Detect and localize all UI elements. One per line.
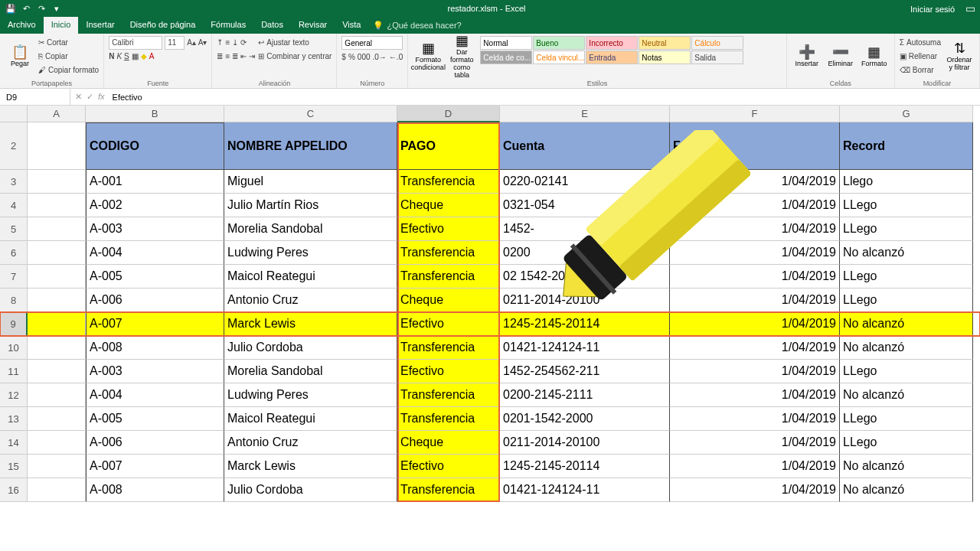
data-cell[interactable] — [28, 265, 86, 289]
row-header[interactable]: 10 — [0, 336, 28, 360]
align-middle-icon[interactable]: ≡ — [225, 38, 230, 47]
ribbon-options-icon[interactable]: ▭ — [965, 2, 975, 15]
data-cell[interactable]: 02 1542-2000 — [500, 265, 670, 289]
data-cell[interactable]: 1/04/2019 — [670, 383, 840, 407]
column-header[interactable]: A — [28, 106, 86, 122]
data-cell[interactable]: Transferencia — [397, 383, 500, 407]
data-cell[interactable]: 0211-2014-20100 — [500, 431, 670, 455]
formula-input[interactable]: Efectivo — [109, 93, 980, 102]
data-cell[interactable]: Transferencia — [397, 336, 500, 360]
decrease-font-icon[interactable]: A▾ — [198, 38, 207, 47]
data-cell[interactable] — [28, 383, 86, 407]
data-cell[interactable]: Cheque — [397, 431, 500, 455]
data-cell[interactable]: Julio Cordoba — [224, 478, 397, 502]
data-cell[interactable]: Efectivo — [397, 360, 500, 383]
data-cell[interactable]: A-005 — [86, 265, 224, 289]
row-header[interactable]: 16 — [0, 478, 28, 502]
percent-icon[interactable]: % — [348, 53, 355, 61]
format-as-table-button[interactable]: ▦Dar formato como tabla — [446, 36, 477, 76]
data-cell[interactable]: Transferencia — [397, 265, 500, 289]
tab-review[interactable]: Revisar — [291, 17, 335, 34]
tab-insert[interactable]: Insertar — [78, 17, 122, 34]
data-cell[interactable]: 01421-124124-11 — [500, 478, 670, 502]
data-cell[interactable]: A-002 — [86, 194, 224, 217]
spreadsheet-grid[interactable]: ABCDEFG2CODIGONOMBRE APPELIDOPAGOCuentaF… — [0, 106, 980, 502]
data-cell[interactable]: 0201-1542-2000 — [500, 407, 670, 431]
autosum-button[interactable]: ΣAutosuma — [900, 36, 941, 49]
column-header[interactable]: G — [840, 106, 973, 122]
header-cell[interactable]: CODIGO — [86, 122, 224, 170]
data-cell[interactable]: Morelia Sandobal — [224, 217, 397, 241]
tell-me[interactable]: 💡 ¿Qué desea hacer? — [368, 17, 461, 34]
data-cell[interactable]: 01421-124124-11 — [500, 336, 670, 360]
data-cell[interactable]: 1/04/2019 — [670, 478, 840, 502]
data-cell[interactable]: LLego — [840, 431, 973, 455]
row-header[interactable]: 11 — [0, 360, 28, 383]
border-button[interactable]: ▦ — [132, 52, 139, 60]
qat-more-icon[interactable]: ▾ — [51, 4, 63, 14]
data-cell[interactable]: Ludwing Peres — [224, 241, 397, 265]
data-cell[interactable]: 1/04/2019 — [670, 170, 840, 194]
data-cell[interactable]: Ludwing Peres — [224, 383, 397, 407]
data-cell[interactable] — [28, 478, 86, 502]
cell-style-swatch[interactable]: Neutral — [639, 36, 691, 50]
data-cell[interactable]: Maicol Reategui — [224, 407, 397, 431]
column-header[interactable]: E — [500, 106, 670, 122]
data-cell[interactable]: 1/04/2019 — [670, 407, 840, 431]
data-cell[interactable] — [28, 431, 86, 455]
select-all-cell[interactable] — [0, 106, 28, 122]
tab-page-layout[interactable]: Diseño de página — [122, 17, 204, 34]
data-cell[interactable]: Efectivo — [397, 455, 500, 478]
save-icon[interactable]: 💾 — [5, 4, 17, 14]
data-cell[interactable]: LLego — [840, 407, 973, 431]
redo-icon[interactable]: ↷ — [35, 4, 47, 14]
name-box[interactable]: D9 — [0, 89, 70, 105]
data-cell[interactable]: Cheque — [397, 194, 500, 217]
data-cell[interactable] — [28, 455, 86, 478]
increase-font-icon[interactable]: A▴ — [187, 38, 196, 47]
tab-formulas[interactable]: Fórmulas — [203, 17, 253, 34]
sort-filter-button[interactable]: ⇅Ordenar y filtrar — [944, 36, 975, 76]
decimal-inc-icon[interactable]: .0→ — [373, 53, 387, 61]
data-cell[interactable]: 1245-2145-20114 — [500, 312, 670, 336]
tab-home[interactable]: Inicio — [44, 17, 79, 34]
data-cell[interactable] — [28, 407, 86, 431]
data-cell[interactable]: A-008 — [86, 336, 224, 360]
data-cell[interactable]: A-006 — [86, 289, 224, 312]
row-header[interactable]: 9 — [0, 312, 28, 336]
data-cell[interactable]: A-008 — [86, 478, 224, 502]
delete-cells-button[interactable]: ➖Eliminar — [825, 36, 856, 76]
data-cell[interactable]: 0211-2014-20100 — [500, 289, 670, 312]
data-cell[interactable]: 1/04/2019 — [670, 217, 840, 241]
data-cell[interactable]: Julio Martín Rios — [224, 194, 397, 217]
merge-center-button[interactable]: ⊞Combinar y centrar — [258, 50, 332, 63]
sign-in[interactable]: Iniciar sesió — [910, 5, 955, 14]
row-header[interactable]: 6 — [0, 241, 28, 265]
row-header[interactable]: 14 — [0, 431, 28, 455]
data-cell[interactable]: A-004 — [86, 383, 224, 407]
header-cell[interactable]: Fecha — [670, 122, 840, 170]
data-cell[interactable]: No alcanzó — [840, 312, 973, 336]
data-cell[interactable]: 0200 — [500, 241, 670, 265]
data-cell[interactable]: A-003 — [86, 217, 224, 241]
data-cell[interactable] — [28, 336, 86, 360]
data-cell[interactable]: Efectivo — [397, 217, 500, 241]
data-cell[interactable]: A-004 — [86, 241, 224, 265]
cell-style-swatch[interactable]: Incorrecto — [586, 36, 638, 50]
data-cell[interactable] — [28, 289, 86, 312]
sign-in-right[interactable] — [972, 17, 980, 34]
cell-style-swatch[interactable]: Entrada — [586, 51, 638, 64]
data-cell[interactable] — [28, 360, 86, 383]
fill-button[interactable]: ▣Rellenar — [900, 50, 941, 63]
data-cell[interactable]: No alcanzó — [840, 241, 973, 265]
data-cell[interactable]: LLego — [840, 289, 973, 312]
row-header[interactable]: 15 — [0, 455, 28, 478]
cell-style-swatch[interactable]: Notas — [639, 51, 691, 64]
data-cell[interactable]: A-005 — [86, 407, 224, 431]
data-cell[interactable]: Antonio Cruz — [224, 289, 397, 312]
tab-view[interactable]: Vista — [335, 17, 368, 34]
data-cell[interactable]: 1/04/2019 — [670, 431, 840, 455]
tab-data[interactable]: Datos — [253, 17, 291, 34]
cut-button[interactable]: ✂Cortar — [38, 36, 99, 49]
row-header[interactable]: 2 — [0, 122, 28, 170]
